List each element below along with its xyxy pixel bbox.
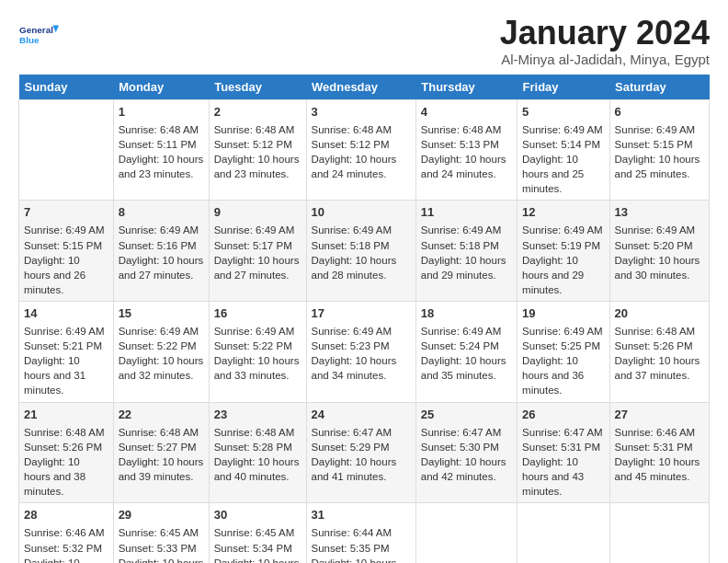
sunrise: Sunrise: 6:48 AM bbox=[421, 124, 502, 135]
sunrise: Sunrise: 6:49 AM bbox=[421, 224, 502, 236]
calendar-cell: 13Sunrise: 6:49 AMSunset: 5:20 PMDayligh… bbox=[609, 201, 709, 302]
sunset: Sunset: 5:15 PM bbox=[615, 139, 693, 150]
day-number: 30 bbox=[214, 507, 301, 523]
calendar-cell: 10Sunrise: 6:49 AMSunset: 5:18 PMDayligh… bbox=[306, 201, 415, 302]
sunrise: Sunrise: 6:48 AM bbox=[119, 427, 199, 438]
sunrise: Sunrise: 6:48 AM bbox=[615, 326, 696, 337]
day-number: 9 bbox=[214, 204, 301, 221]
day-number: 11 bbox=[421, 204, 512, 221]
calendar-day-header: Thursday bbox=[415, 75, 517, 100]
sunrise: Sunrise: 6:49 AM bbox=[522, 326, 603, 337]
sunrise: Sunrise: 6:46 AM bbox=[615, 427, 696, 438]
calendar-cell: 22Sunrise: 6:48 AMSunset: 5:27 PMDayligh… bbox=[113, 402, 209, 503]
calendar-cell: 2Sunrise: 6:48 AMSunset: 5:12 PMDaylight… bbox=[209, 99, 306, 201]
sunset: Sunset: 5:33 PM bbox=[119, 543, 197, 554]
daylight: Daylight: 10 hours and 30 minutes. bbox=[615, 255, 700, 281]
daylight: Daylight: 10 hours and 32 minutes. bbox=[119, 355, 204, 381]
day-number: 14 bbox=[24, 305, 108, 322]
logo: General Blue bbox=[18, 15, 59, 55]
day-number: 7 bbox=[24, 204, 108, 221]
day-number: 6 bbox=[615, 104, 704, 121]
daylight: Daylight: 10 hours and 39 minutes. bbox=[119, 456, 204, 482]
day-number: 17 bbox=[312, 305, 411, 322]
day-number: 13 bbox=[615, 204, 704, 221]
sunrise: Sunrise: 6:45 AM bbox=[214, 527, 295, 538]
sunrise: Sunrise: 6:49 AM bbox=[214, 326, 295, 337]
day-number: 8 bbox=[119, 204, 204, 221]
daylight: Daylight: 10 hours and 45 minutes. bbox=[615, 456, 700, 482]
calendar-header-row: SundayMondayTuesdayWednesdayThursdayFrid… bbox=[19, 75, 710, 100]
sunrise: Sunrise: 6:45 AM bbox=[119, 527, 199, 538]
daylight: Daylight: 10 hours and 33 minutes. bbox=[214, 355, 300, 381]
sunset: Sunset: 5:11 PM bbox=[119, 139, 197, 150]
calendar-cell: 26Sunrise: 6:47 AMSunset: 5:31 PMDayligh… bbox=[518, 402, 610, 503]
sunrise: Sunrise: 6:47 AM bbox=[421, 427, 502, 438]
sunrise: Sunrise: 6:48 AM bbox=[214, 124, 295, 135]
calendar-cell: 14Sunrise: 6:49 AMSunset: 5:21 PMDayligh… bbox=[19, 301, 114, 402]
sunset: Sunset: 5:31 PM bbox=[522, 442, 600, 453]
calendar-cell: 29Sunrise: 6:45 AMSunset: 5:33 PMDayligh… bbox=[113, 503, 209, 563]
day-number: 25 bbox=[421, 407, 512, 423]
sunrise: Sunrise: 6:48 AM bbox=[24, 427, 105, 438]
sunrise: Sunrise: 6:46 AM bbox=[24, 527, 105, 538]
day-number: 21 bbox=[24, 407, 108, 423]
sunset: Sunset: 5:30 PM bbox=[421, 442, 499, 453]
calendar-cell: 20Sunrise: 6:48 AMSunset: 5:26 PMDayligh… bbox=[609, 301, 709, 402]
day-number: 16 bbox=[214, 305, 301, 322]
svg-text:General: General bbox=[19, 25, 53, 35]
calendar-day-header: Sunday bbox=[19, 75, 114, 100]
sunrise: Sunrise: 6:48 AM bbox=[214, 427, 295, 438]
daylight: Daylight: 10 hours and 48 minutes. bbox=[214, 557, 300, 563]
calendar-cell: 31Sunrise: 6:44 AMSunset: 5:35 PMDayligh… bbox=[306, 503, 415, 563]
daylight: Daylight: 10 hours and 37 minutes. bbox=[615, 355, 700, 381]
calendar-cell: 27Sunrise: 6:46 AMSunset: 5:31 PMDayligh… bbox=[609, 402, 709, 503]
day-number: 4 bbox=[421, 104, 512, 121]
sunset: Sunset: 5:24 PM bbox=[421, 340, 499, 351]
sunrise: Sunrise: 6:49 AM bbox=[119, 224, 199, 236]
daylight: Daylight: 10 hours and 25 minutes. bbox=[522, 154, 584, 194]
daylight: Daylight: 10 hours and 36 minutes. bbox=[522, 355, 584, 396]
sunset: Sunset: 5:22 PM bbox=[214, 340, 292, 351]
calendar-day-header: Wednesday bbox=[306, 75, 415, 100]
calendar-cell: 19Sunrise: 6:49 AMSunset: 5:25 PMDayligh… bbox=[518, 301, 610, 402]
sunset: Sunset: 5:29 PM bbox=[312, 442, 390, 453]
calendar-cell bbox=[518, 503, 610, 563]
calendar-cell: 7Sunrise: 6:49 AMSunset: 5:15 PMDaylight… bbox=[19, 201, 114, 302]
calendar-cell: 6Sunrise: 6:49 AMSunset: 5:15 PMDaylight… bbox=[609, 99, 709, 201]
daylight: Daylight: 10 hours and 27 minutes. bbox=[119, 255, 204, 281]
day-number: 24 bbox=[312, 407, 411, 423]
calendar-cell: 18Sunrise: 6:49 AMSunset: 5:24 PMDayligh… bbox=[415, 301, 517, 402]
day-number: 10 bbox=[312, 204, 411, 221]
calendar-week-row: 28Sunrise: 6:46 AMSunset: 5:32 PMDayligh… bbox=[19, 503, 710, 563]
daylight: Daylight: 10 hours and 47 minutes. bbox=[119, 557, 204, 563]
calendar-cell: 24Sunrise: 6:47 AMSunset: 5:29 PMDayligh… bbox=[306, 402, 415, 503]
daylight: Daylight: 10 hours and 41 minutes. bbox=[312, 456, 397, 482]
sunset: Sunset: 5:23 PM bbox=[312, 340, 390, 351]
svg-text:Blue: Blue bbox=[19, 35, 40, 45]
calendar-cell bbox=[19, 99, 114, 201]
calendar-cell bbox=[609, 503, 709, 563]
day-number: 29 bbox=[119, 507, 204, 523]
sunrise: Sunrise: 6:44 AM bbox=[312, 527, 392, 538]
sunset: Sunset: 5:34 PM bbox=[214, 543, 292, 554]
day-number: 22 bbox=[119, 407, 204, 423]
calendar-cell: 1Sunrise: 6:48 AMSunset: 5:11 PMDaylight… bbox=[113, 99, 209, 201]
calendar-cell: 15Sunrise: 6:49 AMSunset: 5:22 PMDayligh… bbox=[113, 301, 209, 402]
sunset: Sunset: 5:28 PM bbox=[214, 442, 292, 453]
sunset: Sunset: 5:19 PM bbox=[522, 240, 600, 251]
calendar-day-header: Saturday bbox=[609, 75, 709, 100]
day-number: 23 bbox=[214, 407, 301, 423]
sunset: Sunset: 5:35 PM bbox=[312, 543, 390, 554]
day-number: 1 bbox=[119, 104, 204, 121]
sunrise: Sunrise: 6:49 AM bbox=[214, 224, 295, 236]
sunrise: Sunrise: 6:47 AM bbox=[312, 427, 392, 438]
day-number: 15 bbox=[119, 305, 204, 322]
calendar-cell: 8Sunrise: 6:49 AMSunset: 5:16 PMDaylight… bbox=[113, 201, 209, 302]
daylight: Daylight: 10 hours and 42 minutes. bbox=[421, 456, 506, 482]
sunrise: Sunrise: 6:49 AM bbox=[615, 224, 696, 236]
daylight: Daylight: 10 hours and 28 minutes. bbox=[312, 255, 397, 281]
sunset: Sunset: 5:12 PM bbox=[214, 139, 292, 150]
calendar-day-header: Monday bbox=[113, 75, 209, 100]
day-number: 3 bbox=[312, 104, 411, 121]
daylight: Daylight: 10 hours and 34 minutes. bbox=[312, 355, 397, 381]
